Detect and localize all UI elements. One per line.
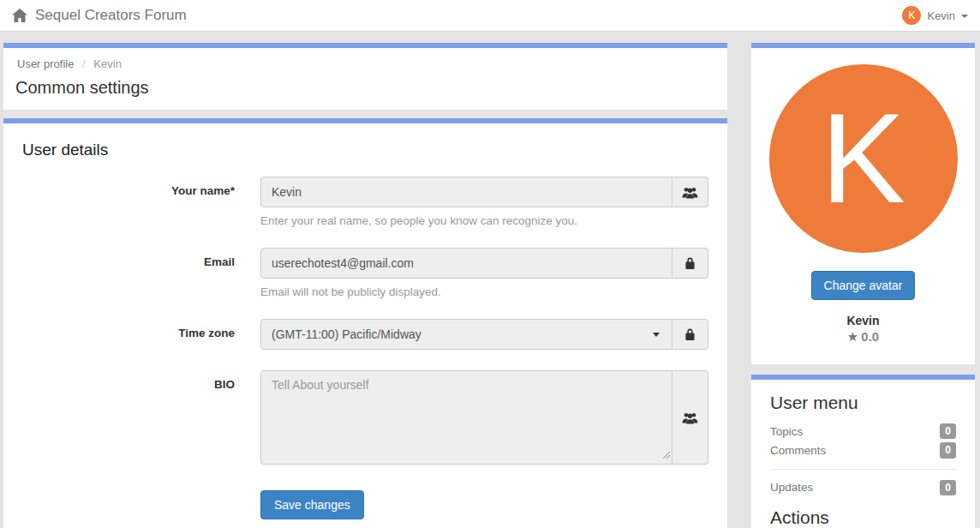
home-icon [12,9,27,22]
chevron-down-icon [653,333,660,337]
count-badge: 0 [940,442,956,458]
users-icon [672,370,708,465]
navbar-user-dropdown[interactable]: K Kevin [902,6,968,25]
breadcrumb: User profile / Kevin [17,57,715,70]
breadcrumb-panel: User profile / Kevin Common settings [3,43,727,110]
page-title: Common settings [15,78,715,98]
timezone-field-row: Time zone (GMT-11:00) Pacific/Midway [22,319,708,350]
section-title: User details [22,141,708,159]
email-label: Email [22,248,235,298]
menu-item-label: Updates [770,481,813,494]
timezone-select[interactable]: (GMT-11:00) Pacific/Midway [260,319,672,350]
bio-textarea[interactable] [260,370,672,465]
profile-username: Kevin [767,314,959,327]
menu-item-comments[interactable]: Comments 0 [770,441,956,459]
navbar-avatar: K [902,6,921,25]
name-label: Your name* [22,177,235,227]
actions-title: Actions [770,507,956,528]
lock-icon [672,248,708,279]
email-field-row: Email Email will not be publicly d [22,248,708,298]
menu-item-topics[interactable]: Topics 0 [770,422,956,441]
change-avatar-button[interactable]: Change avatar [811,271,916,300]
menu-item-updates[interactable]: Updates 0 [770,478,956,497]
breadcrumb-user-profile[interactable]: User profile [17,57,74,70]
avatar-panel: K Change avatar Kevin ★0.0 [751,43,975,364]
profile-rating: ★0.0 [767,329,959,345]
timezone-selected-value: (GMT-11:00) Pacific/Midway [272,327,421,341]
user-details-panel: User details Your name* [3,118,727,528]
lock-icon [672,319,708,350]
rating-value: 0.0 [861,329,879,344]
bio-label: BIO [22,370,235,465]
side-column: K Change avatar Kevin ★0.0 User menu Top… [751,43,975,528]
main-column: User profile / Kevin Common settings Use… [3,43,727,528]
timezone-label: Time zone [22,319,235,350]
menu-item-label: Topics [770,425,803,438]
count-badge: 0 [940,423,956,439]
bio-field-row: BIO [22,370,708,465]
avatar: K [769,64,958,253]
menu-divider [770,469,956,470]
star-icon: ★ [847,329,858,344]
users-icon [672,177,708,207]
name-help-text: Enter your real name, so people you know… [260,214,708,227]
brand-home-link[interactable]: Sequel Creators Forum [12,7,187,24]
name-field-row: Your name* [22,177,708,227]
email-input[interactable] [260,248,672,279]
user-menu-title: User menu [770,393,956,413]
top-navbar: Sequel Creators Forum K Kevin [0,0,980,32]
breadcrumb-separator: / [82,57,86,70]
count-badge: 0 [940,480,956,495]
menu-item-label: Comments [770,444,826,457]
name-input[interactable] [260,177,672,207]
navbar-username: Kevin [927,9,955,22]
email-help-text: Email will not be publicly displayed. [260,285,708,298]
user-menu-panel: User menu Topics 0 Comments 0 Updates 0 [751,375,975,528]
brand-title: Sequel Creators Forum [35,7,187,24]
breadcrumb-current: Kevin [93,57,122,70]
user-menu-list: Topics 0 Comments 0 Updates 0 [770,422,956,497]
save-changes-button[interactable]: Save changes [260,490,364,519]
chevron-down-icon [961,15,968,18]
